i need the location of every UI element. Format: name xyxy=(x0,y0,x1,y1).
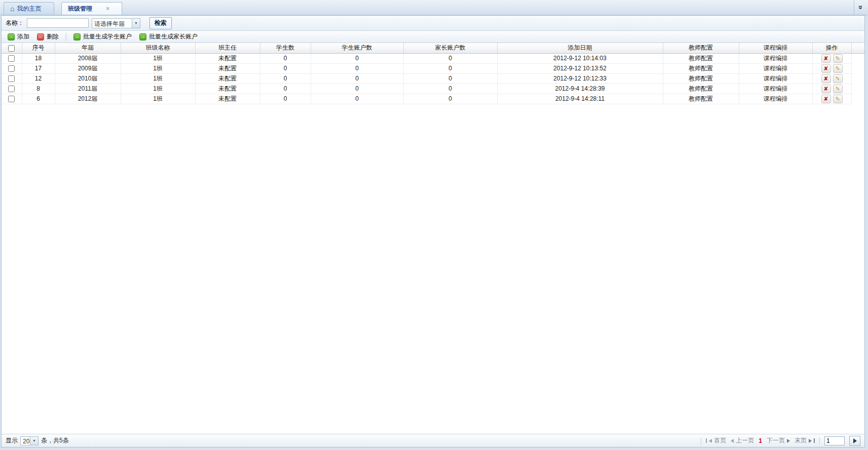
row-filler-cell xyxy=(851,94,864,104)
cell-parent-accounts: 0 xyxy=(403,84,497,94)
next-page-button[interactable]: 下一页 xyxy=(767,436,790,445)
table-row: 172009届1班未配置0002012-9-12 10:13:52教师配置课程编… xyxy=(2,63,864,73)
delete-x-icon: ✘ xyxy=(823,76,828,81)
header-added-date: 添加日期 xyxy=(497,43,663,53)
table-row: 182008届1班未配置0002012-9-12 10:14:03教师配置课程编… xyxy=(2,53,864,63)
cell-added: 2012-9-4 14:28:11 xyxy=(497,94,663,104)
cell-seq: 12 xyxy=(22,73,55,84)
cell-class-name: 1班 xyxy=(121,84,195,94)
row-filler-cell xyxy=(851,63,864,73)
cell-students: 0 xyxy=(260,53,311,63)
header-year: 年届 xyxy=(55,43,121,53)
row-checkbox[interactable] xyxy=(8,55,15,62)
delete-x-icon: ✘ xyxy=(823,66,828,71)
edit-row-button[interactable]: ✎ xyxy=(833,54,843,63)
tab-overflow-button[interactable]: » xyxy=(854,0,868,15)
row-checkbox[interactable] xyxy=(8,86,15,92)
row-checkbox[interactable] xyxy=(8,75,15,82)
pager-left: 显示 20 ▼ 条，共5条 xyxy=(6,436,69,445)
next-page-icon xyxy=(787,439,790,443)
tab-bar: ⌂ 我的主页 班级管理 × » xyxy=(0,0,868,15)
delete-x-icon: ✘ xyxy=(823,86,828,92)
go-to-page-button[interactable] xyxy=(849,436,860,446)
chevron-down-icon[interactable]: ▼ xyxy=(132,19,140,28)
page-size-select[interactable]: 20 ▼ xyxy=(20,436,39,445)
row-checkbox-cell xyxy=(2,84,22,94)
batch-parent-accounts-button[interactable]: → 批量生成家长账户 xyxy=(136,31,201,42)
edit-row-button[interactable]: ✎ xyxy=(833,85,843,93)
table-row: 62012届1班未配置0002012-9-4 14:28:11教师配置课程编排 … xyxy=(2,94,864,104)
row-filler-cell xyxy=(851,53,864,63)
delete-button[interactable]: ← 删除 xyxy=(34,31,62,42)
add-button[interactable]: → 添加 xyxy=(5,31,32,42)
cell-head-teacher: 未配置 xyxy=(195,84,260,94)
cell-year: 2009届 xyxy=(55,63,121,73)
prev-page-button[interactable]: 上一页 xyxy=(731,436,754,445)
delete-row-button[interactable]: ✘ xyxy=(821,64,831,73)
batch-student-accounts-button[interactable]: → 批量生成学生账户 xyxy=(70,31,135,42)
cell-teacher-config[interactable]: 教师配置 xyxy=(663,53,739,63)
pager-separator xyxy=(819,437,820,444)
delete-row-button[interactable]: ✘ xyxy=(821,85,831,93)
header-filler xyxy=(851,43,864,53)
cell-course-schedule[interactable]: 课程编排 xyxy=(739,94,812,104)
cell-head-teacher: 未配置 xyxy=(195,73,260,84)
table-header-row: 序号 年届 班级名称 班主任 学生数 学生账户数 家长账户数 添加日期 教师配置… xyxy=(2,43,864,53)
cell-seq: 8 xyxy=(22,84,55,94)
tab-label: 班级管理 xyxy=(68,5,92,13)
row-filler-cell xyxy=(851,84,864,94)
batch-student-icon: → xyxy=(73,33,81,40)
edit-row-button[interactable]: ✎ xyxy=(833,74,843,83)
row-actions-cell: ✘✎ xyxy=(812,84,851,94)
cell-course-schedule[interactable]: 课程编排 xyxy=(739,53,812,63)
table-body: 182008届1班未配置0002012-9-12 10:14:03教师配置课程编… xyxy=(2,53,864,104)
header-head-teacher: 班主任 xyxy=(195,43,260,53)
tab-class-management[interactable]: 班级管理 × xyxy=(61,2,122,15)
go-arrow-icon xyxy=(853,438,857,443)
tab-label: 我的主页 xyxy=(17,5,41,13)
name-label: 名称： xyxy=(6,19,24,27)
row-checkbox[interactable] xyxy=(8,96,15,102)
name-input[interactable] xyxy=(27,18,89,28)
delete-row-button[interactable]: ✘ xyxy=(821,74,831,83)
cell-course-schedule[interactable]: 课程编排 xyxy=(739,63,812,73)
cell-student-accounts: 0 xyxy=(311,73,403,84)
cell-parent-accounts: 0 xyxy=(403,63,497,73)
cell-teacher-config[interactable]: 教师配置 xyxy=(663,94,739,104)
cell-students: 0 xyxy=(260,84,311,94)
header-actions: 操作 xyxy=(812,43,851,53)
row-actions-cell: ✘✎ xyxy=(812,53,851,63)
cell-year: 2011届 xyxy=(55,84,121,94)
cell-teacher-config[interactable]: 教师配置 xyxy=(663,63,739,73)
tab-my-home[interactable]: ⌂ 我的主页 xyxy=(4,2,54,15)
header-students: 学生数 xyxy=(260,43,311,53)
search-button[interactable]: 检索 xyxy=(149,17,172,29)
row-actions-cell: ✘✎ xyxy=(812,63,851,73)
cell-student-accounts: 0 xyxy=(311,53,403,63)
cell-teacher-config[interactable]: 教师配置 xyxy=(663,73,739,84)
last-page-button[interactable]: 末页 xyxy=(795,436,815,445)
page-number-input[interactable] xyxy=(824,436,845,445)
first-page-button[interactable]: 首页 xyxy=(706,436,726,445)
delete-row-button[interactable]: ✘ xyxy=(821,95,831,103)
select-all-checkbox[interactable] xyxy=(8,45,15,52)
close-icon[interactable]: × xyxy=(106,6,109,12)
search-bar: 名称： 请选择年届 ▼ 检索 xyxy=(2,16,864,31)
double-chevron-down-icon: » xyxy=(857,5,865,9)
delete-row-button[interactable]: ✘ xyxy=(821,54,831,63)
edit-row-button[interactable]: ✎ xyxy=(833,95,843,103)
row-checkbox-cell xyxy=(2,53,22,63)
cell-course-schedule[interactable]: 课程编排 xyxy=(739,84,812,94)
edit-row-button[interactable]: ✎ xyxy=(833,64,843,73)
cell-class-name: 1班 xyxy=(121,63,195,73)
toolbar-separator xyxy=(66,33,66,41)
cell-year: 2012届 xyxy=(55,94,121,104)
cell-course-schedule[interactable]: 课程编排 xyxy=(739,73,812,84)
cell-students: 0 xyxy=(260,94,311,104)
current-page-number: 1 xyxy=(759,437,762,444)
pager-right: 首页 上一页 1 下一页 末页 xyxy=(701,436,860,446)
chevron-down-icon[interactable]: ▼ xyxy=(30,437,38,445)
year-combo[interactable]: 请选择年届 ▼ xyxy=(92,18,140,28)
row-checkbox[interactable] xyxy=(8,65,15,72)
cell-teacher-config[interactable]: 教师配置 xyxy=(663,84,739,94)
